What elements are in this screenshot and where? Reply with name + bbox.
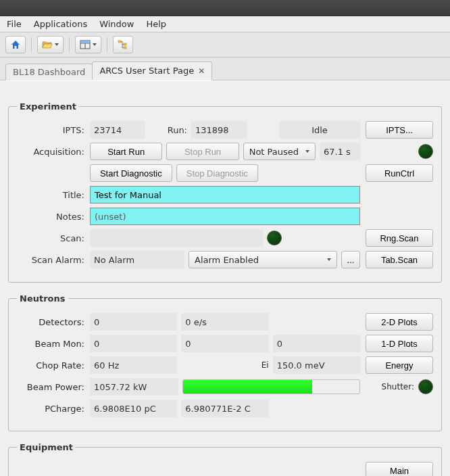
tree-button[interactable] [113,36,133,53]
open-button[interactable] [37,36,64,53]
menu-help[interactable]: Help [146,19,166,29]
tree-icon [118,40,128,49]
chevron-down-icon [305,150,309,153]
run-status: Idle [279,121,360,139]
ipts-label: IPTS: [17,125,84,135]
equipment-group: Equipment Main [8,442,442,476]
shutter-label: Shutter: [382,382,414,391]
svg-rect-6 [124,47,126,49]
scan-alarm-value: No Alarm [90,251,184,268]
start-run-button[interactable]: Start Run [90,143,162,160]
run-label: Run: [149,125,187,135]
pane-layout-icon [80,40,91,49]
tab-label: BL18 Dashboard [13,67,85,77]
energy-button[interactable]: Energy [366,356,433,374]
runctrl-button[interactable]: RunCtrl [366,164,433,182]
svg-rect-3 [81,41,90,43]
toolbar [0,32,450,57]
alarm-enabled-value: Alarm Enabled [195,255,259,265]
pcharge-label: PCharge: [17,404,84,414]
rng-scan-button[interactable]: Rng.Scan [366,229,433,247]
notes-input[interactable]: (unset) [90,208,360,225]
beam-mon-1: 0 [90,335,177,352]
chop-rate-value: 60 Hz [90,356,177,374]
home-button[interactable] [5,36,26,53]
experiment-legend: Experiment [17,101,79,112]
workspace: Experiment IPTS: 23714 Run: 131898 Idle … [0,80,450,476]
ei-label: Ei [261,360,269,370]
menu-applications[interactable]: Applications [34,19,87,29]
ipts-button[interactable]: IPTS... [366,121,433,139]
scan-value [90,229,263,247]
shutter-led-icon [418,379,433,394]
title-label: Title: [17,190,84,200]
detectors-label: Detectors: [17,317,84,327]
menu-file[interactable]: File [7,19,22,29]
chevron-down-icon [55,43,59,46]
run-value: 131898 [191,121,247,139]
acquisition-led-icon [418,144,433,159]
beam-power-value: 1057.72 kW [90,378,178,396]
beam-power-progress [182,379,360,394]
page-content: Experiment IPTS: 23714 Run: 131898 Idle … [3,84,447,476]
acquisition-label: Acquisition: [17,147,84,157]
toolbar-separator [107,37,107,52]
layout-button[interactable] [75,36,101,53]
menubar: File Applications Window Help [0,16,450,32]
equipment-main-button[interactable]: Main [366,462,433,476]
chevron-down-icon [93,43,97,46]
scan-label: Scan: [17,233,84,243]
ipts-value: 23714 [90,121,145,139]
equipment-legend: Equipment [17,442,76,452]
pcharge-c: 6.980771E-2 C [181,400,268,417]
detectors-count: 0 [90,313,177,331]
pause-state-select[interactable]: Not Paused [243,143,316,160]
plots-2d-button[interactable]: 2-D Plots [366,313,433,331]
beam-mon-label: Beam Mon: [17,339,84,349]
beam-mon-3: 0 [273,335,360,352]
title-input[interactable]: Test for Manual [90,186,360,204]
toolbar-separator [69,37,70,52]
beam-mon-2: 0 [181,335,268,352]
chevron-down-icon [327,258,331,261]
tabbar: BL18 Dashboard ARCS User Start Page ✕ [0,57,450,80]
window-titlebar [0,0,450,16]
tab-label: ARCS User Start Page [99,66,194,76]
start-diagnostic-button[interactable]: Start Diagnostic [90,164,172,182]
neutrons-group: Neutrons Detectors: 0 0 e/s 2-D Plots Be… [8,293,442,431]
scan-alarm-label: Scan Alarm: [17,255,84,265]
stop-diagnostic-button[interactable]: Stop Diagnostic [176,164,259,182]
home-icon [10,39,21,50]
tab-bl18-dashboard[interactable]: BL18 Dashboard [5,64,93,80]
detectors-rate: 0 e/s [181,313,268,331]
close-icon[interactable]: ✕ [198,66,205,76]
alarm-options-button[interactable]: ... [341,251,360,268]
alarm-enabled-select[interactable]: Alarm Enabled [189,251,337,268]
notes-label: Notes: [17,212,84,222]
chop-rate-label: Chop Rate: [17,360,84,371]
svg-rect-5 [124,43,126,45]
elapsed-time: 67.1 s [320,143,360,160]
folder-open-icon [42,40,53,49]
tab-scan-button[interactable]: Tab.Scan [366,251,433,268]
tab-arcs-user-start-page[interactable]: ARCS User Start Page ✕ [92,62,212,80]
beam-power-progress-bar [183,380,311,394]
menu-window[interactable]: Window [99,19,134,29]
svg-rect-4 [118,41,121,43]
pause-state-value: Not Paused [249,147,299,157]
beam-power-label: Beam Power: [17,382,84,392]
scan-led-icon [267,231,282,245]
pcharge-pc: 6.9808E10 pC [90,400,177,417]
ei-value: 150.0 meV [273,356,360,374]
plots-1d-button[interactable]: 1-D Plots [366,335,433,352]
neutrons-legend: Neutrons [17,293,68,304]
toolbar-separator [31,37,32,52]
experiment-group: Experiment IPTS: 23714 Run: 131898 Idle … [8,101,442,283]
stop-run-button[interactable]: Stop Run [166,143,239,160]
